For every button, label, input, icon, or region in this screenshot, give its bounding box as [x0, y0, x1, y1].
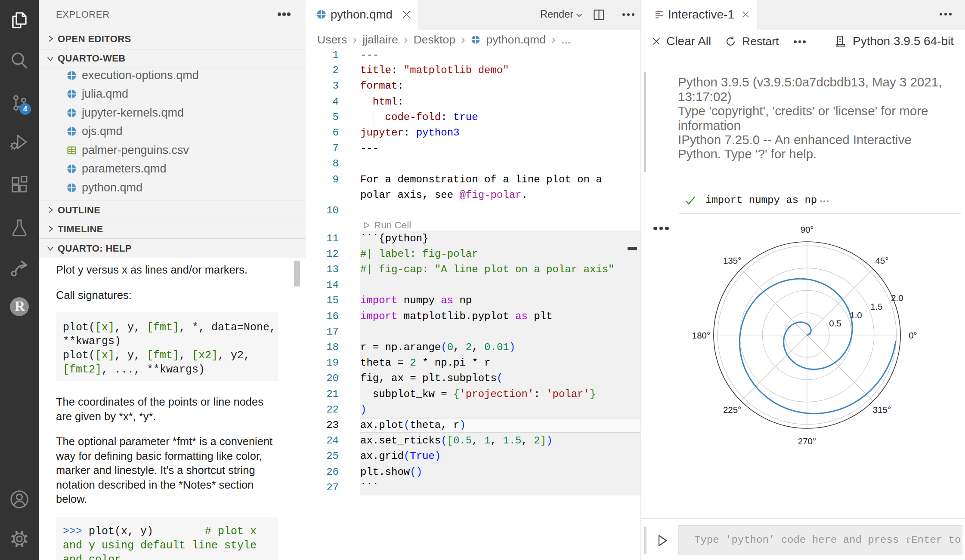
- svg-text:1.5: 1.5: [870, 302, 883, 311]
- svg-text:90°: 90°: [800, 225, 813, 234]
- svg-text:135°: 135°: [723, 255, 741, 265]
- svg-text:225°: 225°: [723, 405, 741, 415]
- svg-text:2.0: 2.0: [891, 293, 903, 303]
- svg-text:R: R: [15, 298, 25, 314]
- svg-text:270°: 270°: [798, 436, 816, 446]
- svg-text:180°: 180°: [692, 330, 710, 340]
- svg-text:1.0: 1.0: [850, 310, 862, 320]
- svg-text:0°: 0°: [909, 330, 917, 340]
- svg-text:315°: 315°: [873, 405, 891, 415]
- svg-text:45°: 45°: [875, 255, 888, 265]
- svg-text:0.5: 0.5: [829, 318, 841, 328]
